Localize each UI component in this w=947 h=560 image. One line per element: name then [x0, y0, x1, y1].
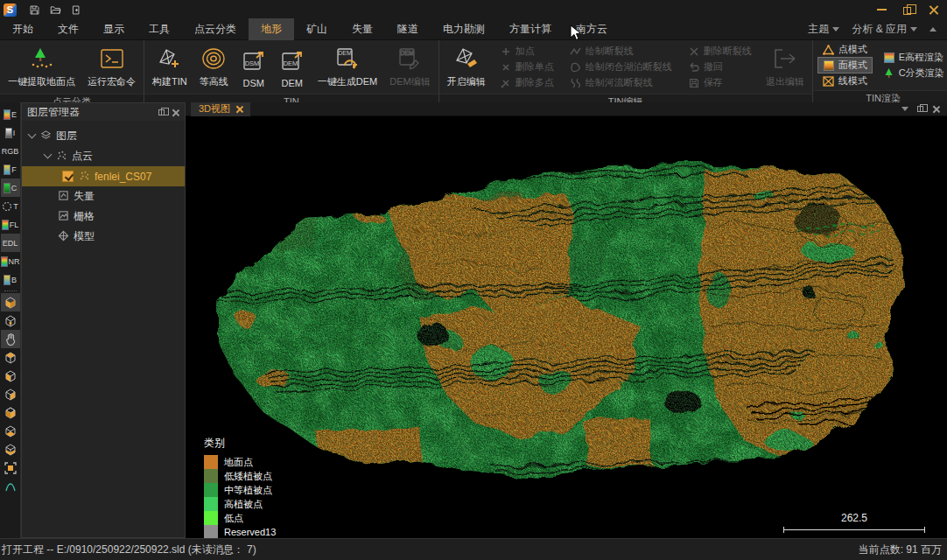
tree-row-layers-root[interactable]: 图层: [22, 126, 185, 146]
open-project-button[interactable]: [48, 3, 62, 17]
tree-row-pointcloud-group[interactable]: 点云: [22, 146, 185, 166]
menu-item-power-survey[interactable]: 电力勘测: [431, 18, 497, 40]
save-button[interactable]: [27, 3, 41, 17]
strip-edl-button[interactable]: EDL: [1, 234, 20, 252]
draw-lake-breakline-button[interactable]: 绘制闭合湖泊断裂线: [565, 60, 677, 74]
status-project-path: 打开工程 -- E:/0910/250922/250922.sld (未读消息：…: [2, 542, 256, 557]
strip-nr-button[interactable]: NR: [1, 252, 20, 270]
menu-item-file[interactable]: 文件: [46, 18, 91, 40]
chevron-expanded-icon[interactable]: [28, 130, 37, 139]
analysis-app-dropdown[interactable]: 分析 & 应用: [852, 22, 917, 37]
strip-time-button[interactable]: T: [1, 197, 20, 215]
dem-edit-button[interactable]: DEM DEM编辑: [384, 42, 435, 92]
view-close-icon[interactable]: [932, 105, 940, 113]
new-project-button[interactable]: [69, 3, 83, 17]
tab-close-icon[interactable]: [235, 106, 242, 113]
strip-rgb-button[interactable]: RGB: [1, 142, 20, 160]
delete-breakline-button[interactable]: 删除断裂线: [684, 44, 756, 59]
menu-item-mine[interactable]: 矿山: [294, 18, 340, 40]
panel-float-icon[interactable]: [158, 109, 165, 116]
run-macro-button[interactable]: 运行宏命令: [82, 42, 141, 92]
close-button[interactable]: [921, 0, 947, 19]
menu-item-terrain[interactable]: 地形: [249, 18, 294, 40]
view-tab-bar: 3D视图: [186, 102, 947, 116]
strip-fl-button[interactable]: FL: [1, 215, 20, 234]
strip-b-button[interactable]: B: [1, 270, 20, 289]
start-edit-button[interactable]: 开启编辑: [442, 42, 491, 92]
add-point-button[interactable]: 加点: [495, 44, 558, 59]
menu-item-start[interactable]: 开始: [0, 18, 46, 40]
chevron-expanded-icon[interactable]: [44, 150, 53, 159]
view-cube-left-icon: [4, 388, 18, 402]
face-mode-button[interactable]: 面模式: [818, 58, 872, 73]
layer-visibility-checkbox[interactable]: [62, 171, 74, 182]
menu-item-display[interactable]: 显示: [91, 18, 137, 40]
tree-row-model[interactable]: 模型: [22, 227, 185, 247]
tin-mesh-icon: [157, 45, 183, 73]
undo-button[interactable]: 撤回: [684, 60, 756, 74]
minimize-button[interactable]: [868, 0, 894, 19]
elevation-render-button[interactable]: E高程渲染: [879, 50, 947, 65]
draw-river-breakline-button[interactable]: 绘制河流断裂线: [565, 75, 677, 90]
menu-item-pointcloud-classify[interactable]: 点云分类: [182, 18, 249, 40]
tree-row-raster[interactable]: 栅格: [22, 206, 185, 227]
tree-row-vector[interactable]: 失量: [22, 186, 185, 206]
strip-view-bottom-button[interactable]: [1, 440, 20, 458]
one-click-dem-button[interactable]: DEM 一键生成DEM: [312, 42, 382, 92]
restore-button[interactable]: [894, 0, 921, 19]
legend-item-low-vegetation: 低矮植被点: [204, 469, 276, 483]
strip-view-front-button[interactable]: [1, 367, 20, 385]
line-mode-button[interactable]: 线模式: [818, 74, 872, 88]
save-edit-button[interactable]: 保存: [684, 75, 756, 90]
strip-flight-button[interactable]: F: [1, 160, 20, 178]
exit-edit-button[interactable]: 退出编辑: [761, 42, 810, 92]
extract-ground-points-button[interactable]: 一键提取地面点: [3, 42, 81, 92]
classification-render-button[interactable]: C分类渲染: [879, 66, 947, 80]
classification-chip-icon: [4, 183, 11, 193]
contour-button[interactable]: 等高线: [194, 42, 234, 92]
strip-intensity-button[interactable]: I: [1, 123, 20, 142]
delete-multi-point-button[interactable]: 删除多点: [495, 75, 558, 90]
clip-box-point-icon: [4, 314, 18, 328]
strip-clipbox-point-button[interactable]: [1, 312, 20, 330]
strip-view-top-button[interactable]: [1, 348, 20, 367]
build-tin-button[interactable]: 构建TIN: [147, 42, 193, 92]
view-float-icon[interactable]: [917, 106, 923, 112]
tree-row-pointcloud-item[interactable]: fenlei_CS07: [22, 166, 185, 186]
dsm-button[interactable]: DSM DSM: [235, 42, 272, 92]
point-mode-button[interactable]: 点模式: [818, 42, 872, 57]
tin-edit-manage-column: 删除断裂线 撤回 保存: [681, 42, 759, 92]
strip-info-button[interactable]: [1, 477, 20, 495]
tab-3d-view[interactable]: 3D视图: [191, 102, 250, 116]
collapse-ribbon-icon[interactable]: [929, 27, 936, 32]
panel-close-icon[interactable]: [172, 108, 179, 116]
dem-button[interactable]: DEM DEM: [274, 42, 311, 92]
legend-swatch-high-vegetation: [204, 497, 218, 511]
delete-single-point-button[interactable]: 删除单点: [495, 60, 558, 74]
tab-list-dropdown-icon[interactable]: [901, 107, 908, 111]
theme-dropdown[interactable]: 主题: [808, 22, 839, 37]
ribbon-group-pointcloud-classify: 一键提取地面点 运行宏命令 点云分类: [0, 40, 144, 102]
pointcloud-icon: [55, 150, 67, 163]
strip-clipbox-button[interactable]: [1, 293, 20, 312]
strip-pan-button[interactable]: [1, 330, 20, 348]
strip-elevation-button[interactable]: E: [1, 105, 20, 123]
strip-view-back-button[interactable]: [1, 422, 20, 440]
draw-breakline-button[interactable]: 绘制断裂线: [565, 44, 677, 59]
strip-frame-select-button[interactable]: [1, 458, 20, 477]
menu-item-tunnel[interactable]: 隧道: [385, 18, 431, 40]
classification-legend: 类别 地面点 低矮植被点 中等植被点 高植被点: [204, 436, 276, 538]
menu-right-controls: 主题 分析 & 应用: [808, 22, 947, 37]
strip-view-left-button[interactable]: [1, 385, 20, 403]
dem-refresh-icon: DEM: [334, 45, 361, 73]
svg-text:DEM: DEM: [401, 50, 415, 56]
add-point-icon: [500, 46, 512, 58]
tin-render-style-column: E高程渲染 C分类渲染: [876, 42, 947, 88]
viewport-3d[interactable]: 类别 地面点 低矮植被点 中等植被点 高植被点: [186, 116, 947, 538]
menu-item-vector[interactable]: 失量: [340, 18, 385, 40]
ribbon-group-tin-render: 点模式 面模式 线模式 E高程渲染: [813, 40, 947, 102]
strip-view-right-button[interactable]: [1, 403, 20, 422]
menu-item-tools[interactable]: 工具: [137, 18, 182, 40]
strip-classification-button[interactable]: C: [1, 178, 20, 197]
menu-item-volume-calc[interactable]: 方量计算: [497, 18, 564, 40]
